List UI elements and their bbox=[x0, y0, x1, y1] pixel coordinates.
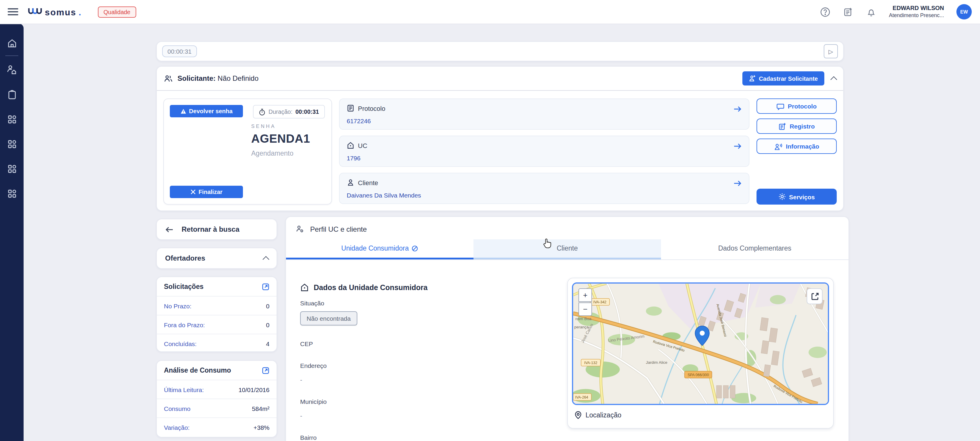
expand-icon bbox=[810, 292, 819, 300]
note-plus-icon bbox=[778, 123, 786, 130]
people-icon bbox=[164, 74, 173, 83]
finalizar-button[interactable]: Finalizar bbox=[170, 186, 243, 198]
warning-icon bbox=[180, 108, 186, 114]
timer-card: 00:00:31 ▷ bbox=[156, 41, 844, 61]
perfil-uc-cliente-card: Perfil UC e cliente Unidade Consumidora … bbox=[285, 217, 849, 441]
cliente-field-label: Cliente bbox=[347, 178, 742, 186]
situacao-label: Situação bbox=[300, 299, 548, 307]
status-circle-slash-icon bbox=[412, 245, 418, 252]
sidebar-item-apps-icon[interactable] bbox=[0, 109, 24, 129]
sidebar bbox=[0, 24, 24, 441]
user-info[interactable]: EDWARD WILSON Atendimento Presenc... bbox=[889, 5, 944, 19]
chat-bubble-icon bbox=[776, 102, 784, 110]
municipio-value: - bbox=[300, 412, 548, 419]
tab-unidade-consumidora[interactable]: Unidade Consumidora bbox=[286, 239, 474, 260]
open-external-icon[interactable] bbox=[262, 366, 269, 374]
zoom-in-button[interactable]: + bbox=[578, 288, 592, 302]
avatar[interactable]: EW bbox=[956, 4, 972, 19]
play-button[interactable]: ▷ bbox=[824, 44, 838, 58]
solicitante-value: Não Definido bbox=[218, 74, 259, 83]
solicitante-label: Solicitante: Não Definido bbox=[178, 74, 259, 83]
sidebar-item-apps-icon[interactable] bbox=[0, 134, 24, 154]
notifications-bell-icon[interactable] bbox=[866, 6, 877, 17]
document-icon bbox=[347, 104, 355, 112]
solicitante-header: Solicitante: Não Definido Cadastrar Soli… bbox=[157, 67, 843, 90]
uc-field-row[interactable]: UC 1796 bbox=[339, 135, 749, 167]
collapse-chevron-up-icon[interactable] bbox=[830, 76, 837, 83]
analise-consumo-card: Análise de Consumo Última Leitura: 10/01… bbox=[156, 360, 277, 438]
map-label: perança bbox=[574, 325, 589, 329]
timer-value: 00:00:31 bbox=[162, 45, 197, 57]
ofertadores-toggle[interactable]: Ofertadores bbox=[156, 248, 277, 269]
localizacao-label: Localização bbox=[585, 412, 621, 419]
cliente-field-row[interactable]: Cliente Daivanes Da Silva Mendes bbox=[339, 173, 749, 204]
stopwatch-icon bbox=[259, 108, 266, 115]
attendance-fields: Protocolo 6172246 UC 1796 bbox=[339, 99, 749, 205]
protocolo-field-row[interactable]: Protocolo 6172246 bbox=[339, 99, 749, 130]
analise-row: Última Leitura: 10/01/2016 bbox=[157, 380, 277, 398]
user-name: EDWARD WILSON bbox=[889, 5, 944, 12]
arrow-right-icon[interactable] bbox=[733, 143, 742, 150]
map-artwork: IVA-342 IVA-132 IVA-264 SPA 066/300 rdim… bbox=[573, 283, 828, 404]
solicitante-card: Solicitante: Não Definido Cadastrar Soli… bbox=[156, 66, 844, 211]
map-expand-button[interactable] bbox=[807, 288, 822, 304]
cliente-field-value: Daivanes Da Silva Mendes bbox=[347, 192, 742, 199]
map-card: IVA-342 IVA-132 IVA-264 SPA 066/300 rdim… bbox=[567, 278, 834, 428]
solicitacoes-header: Solicitações bbox=[157, 277, 277, 296]
help-icon[interactable] bbox=[820, 6, 830, 17]
duracao-chip: Duração: 00:00:31 bbox=[253, 105, 325, 118]
hamburger-menu-icon[interactable] bbox=[8, 8, 18, 15]
protocolo-field-label: Protocolo bbox=[347, 104, 742, 112]
arrow-right-icon[interactable] bbox=[733, 105, 742, 113]
tab-dados-complementares[interactable]: Dados Complementares bbox=[661, 239, 848, 260]
brand-name: somus bbox=[45, 7, 76, 17]
map-label: Jardim Alice bbox=[646, 360, 668, 365]
tab-cliente[interactable]: Cliente bbox=[474, 239, 661, 260]
municipio-label: Município bbox=[300, 398, 548, 405]
servicos-button[interactable]: Serviços bbox=[757, 189, 837, 205]
sidebar-item-home-icon[interactable] bbox=[0, 33, 24, 53]
solicitacoes-row: Fora do Prazo: 0 bbox=[157, 315, 277, 334]
analise-row: Consumo 584m² bbox=[157, 398, 277, 417]
sidebar-divider bbox=[5, 56, 18, 56]
person-gear-icon bbox=[296, 224, 304, 234]
map-road-badge: SPA 066/300 bbox=[687, 373, 709, 377]
tab-bar: Unidade Consumidora Cliente Dados Comple… bbox=[286, 239, 848, 260]
devolver-senha-button[interactable]: Devolver senha bbox=[170, 105, 243, 117]
uc-field-value: 1796 bbox=[347, 154, 742, 162]
protocolo-button[interactable]: Protocolo bbox=[757, 99, 837, 114]
person-icon bbox=[347, 178, 355, 186]
perfil-title: Perfil UC e cliente bbox=[310, 225, 367, 233]
bairro-label: Bairro bbox=[300, 434, 548, 441]
sidebar-item-apps-icon[interactable] bbox=[0, 159, 24, 178]
close-x-icon bbox=[190, 189, 196, 194]
sidebar-item-clipboard-icon[interactable] bbox=[0, 84, 24, 104]
arrow-right-icon[interactable] bbox=[733, 180, 742, 187]
arrow-left-icon bbox=[165, 226, 173, 232]
sidebar-item-client-search-icon[interactable] bbox=[0, 59, 24, 80]
analise-consumo-header: Análise de Consumo bbox=[157, 361, 277, 380]
gear-icon bbox=[778, 193, 786, 201]
user-role: Atendimento Presenc... bbox=[889, 12, 944, 19]
sidebar-item-apps-icon[interactable] bbox=[0, 183, 24, 204]
new-record-icon[interactable] bbox=[843, 6, 854, 17]
cadastrar-solicitante-button[interactable]: Cadastrar Solicitante bbox=[742, 71, 824, 86]
topbar: somus. Qualidade EDWARD WILSON Ate bbox=[0, 0, 980, 24]
somus-logo-mark-icon bbox=[28, 7, 43, 15]
map[interactable]: IVA-342 IVA-132 IVA-264 SPA 066/300 rdim… bbox=[572, 282, 829, 405]
zoom-out-button[interactable]: − bbox=[578, 302, 592, 316]
open-external-icon[interactable] bbox=[262, 283, 269, 290]
solicitante-header-right: Cadastrar Solicitante bbox=[742, 71, 836, 86]
chevron-up-icon bbox=[262, 256, 269, 263]
solicitacoes-row: Concluídas: 4 bbox=[157, 334, 277, 353]
quality-badge: Qualidade bbox=[98, 6, 136, 18]
map-road-badge: IVA-132 bbox=[584, 361, 597, 365]
attendance-actions: Protocolo Registro Informação bbox=[757, 99, 837, 205]
informacao-button[interactable]: Informação bbox=[757, 139, 837, 154]
map-label: rdim Boa bbox=[576, 317, 592, 321]
registro-button[interactable]: Registro bbox=[757, 118, 837, 134]
person-voice-icon bbox=[774, 142, 782, 150]
retornar-busca-button[interactable]: Retornar à busca bbox=[156, 219, 277, 240]
person-plus-icon bbox=[749, 75, 756, 82]
situacao-badge: Não encontrada bbox=[300, 311, 357, 325]
